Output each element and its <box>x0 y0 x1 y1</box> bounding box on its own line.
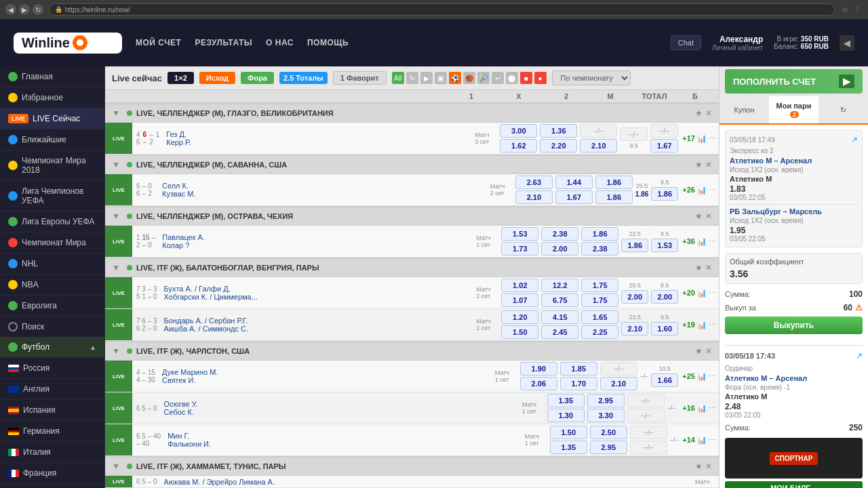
address-bar[interactable]: 🔒 https://winline.ru/now/ <box>49 3 835 16</box>
more-ch1[interactable]: ⋯ <box>709 372 716 381</box>
sidebar-item-upcoming[interactable]: Ближайшие <box>0 129 104 150</box>
player2-ch3[interactable]: Фалькони И. <box>167 440 522 448</box>
tournament-hammamet[interactable]: ▼ LIVE, ITF (Ж), ХАММАМЕТ, ТУНИС, ПАРЫ ★… <box>105 456 719 476</box>
odd3t-bb1[interactable]: 1.75 <box>581 293 618 307</box>
my-tickets-btn[interactable]: МОИ БИЛЕ... <box>725 481 863 488</box>
forward-btn[interactable]: ▶ <box>19 4 30 15</box>
tournament-charleston[interactable]: ▼ LIVE, ITF (Ж), ЧАРЛСТОН, США ★ ✕ <box>105 341 719 361</box>
sidebar-item-nba[interactable]: NBA <box>0 274 104 296</box>
odd1t-savannah[interactable]: 2.10 <box>515 190 553 204</box>
odd2-savannah[interactable]: 1.44 <box>555 176 593 189</box>
sidebar-item-home[interactable]: Главная <box>0 66 104 87</box>
tab-refresh[interactable]: ↻ <box>818 96 868 123</box>
odd1t-bb2[interactable]: 1.50 <box>501 325 538 339</box>
sidebar-item-italy[interactable]: Италия <box>0 442 104 463</box>
menu-icon[interactable]: ⋮ <box>852 4 863 16</box>
filter-all[interactable]: All <box>392 72 404 84</box>
filter-icon-7[interactable]: ↩ <box>492 72 504 84</box>
odd3-savannah[interactable]: 1.86 <box>595 176 633 189</box>
total-t-glasgow[interactable]: –/– <box>650 124 678 138</box>
odd3t-ostrava[interactable]: 2.38 <box>581 242 618 256</box>
tab-outcome[interactable]: Исход <box>199 72 235 84</box>
sidebar-item-worldcup2018[interactable]: Чемпионат Мира 2018 <box>0 150 104 181</box>
odd3-glasgow[interactable]: –/– <box>580 124 617 138</box>
total-b-ch1[interactable]: 1.66 <box>651 373 678 387</box>
sidebar-item-uel[interactable]: Лига Европы УЕФА <box>0 211 104 232</box>
more-icon-ostrava[interactable]: ⋯ <box>709 237 716 246</box>
odd1-ostrava[interactable]: 1.53 <box>501 227 538 241</box>
odd2t-ostrava[interactable]: 2.00 <box>541 242 578 256</box>
odd2-ostrava[interactable]: 2.38 <box>541 227 578 241</box>
odd3-ch3[interactable]: –/– <box>630 426 667 439</box>
chart-icon-savannah[interactable]: 📊 <box>697 186 707 195</box>
tourn-close-hammamet[interactable]: ✕ <box>705 462 712 471</box>
back-btn[interactable]: ◀ <box>5 4 16 15</box>
plus-btn-bb2[interactable]: +19 <box>682 321 695 329</box>
filter-icon-4[interactable]: ⚽ <box>449 72 461 84</box>
sportnation-btn[interactable]: СПОРТНАР <box>770 452 818 465</box>
tab-coupon[interactable]: Купон <box>719 96 769 123</box>
more-ch3[interactable]: ⋯ <box>709 436 716 445</box>
tourn-star-ostrava[interactable]: ★ <box>695 211 703 221</box>
tournament-ostrava[interactable]: ▼ LIVE, ЧЕЛЛЕНДЖЕР (М), ОСТРАВА, ЧЕХИЯ ★… <box>105 206 719 226</box>
tourn-close-balatonboglar[interactable]: ✕ <box>705 263 712 272</box>
filter-icon-1[interactable]: ↻ <box>406 72 418 84</box>
sidebar-item-spain[interactable]: Испания <box>0 400 104 421</box>
tourn-star-savannah[interactable]: ★ <box>695 160 703 169</box>
player2-savannah[interactable]: Кузвас М. <box>162 190 488 198</box>
chart-ch1[interactable]: 📊 <box>697 372 707 381</box>
odd2-bb2[interactable]: 4.15 <box>541 310 578 324</box>
tab-my-bets[interactable]: Мои пари 2 <box>769 96 818 123</box>
odd1t-ch2[interactable]: 1.30 <box>547 409 585 422</box>
total-b-savannah[interactable]: 1.86 <box>651 187 678 201</box>
player1-ch2[interactable]: Осюгве У. <box>164 400 519 408</box>
odd3t-bb2[interactable]: 2.25 <box>581 325 618 339</box>
plus-btn-ostrava[interactable]: +36 <box>682 237 695 245</box>
refresh-btn[interactable]: ↻ <box>33 4 43 15</box>
balance-arrow-btn[interactable]: ◀ <box>840 35 854 51</box>
plus-btn-ch3[interactable]: +14 <box>682 436 695 444</box>
nav-my-account[interactable]: МОЙ СЧЕТ <box>136 38 181 47</box>
odd1t-ch3[interactable]: 1.35 <box>550 441 587 454</box>
sidebar-item-worldcup[interactable]: Чемпионат Мира <box>0 232 104 253</box>
player1-bb2[interactable]: Бондарь А. / Сербан Р.Г. <box>164 317 474 325</box>
odd1t-ch1[interactable]: 2.06 <box>520 377 557 390</box>
total-m-glasgow[interactable]: –/– <box>620 127 648 141</box>
player1-ostrava[interactable]: Павлацек А. <box>162 233 473 241</box>
tab-totals[interactable]: 2.5 Тоталы <box>279 72 328 84</box>
bookmark-icon[interactable]: ☆ <box>840 4 850 16</box>
player2-ch1[interactable]: Святек И. <box>162 376 492 384</box>
total-b-glasgow[interactable]: 1.67 <box>650 139 678 152</box>
odd1-ch3[interactable]: 1.50 <box>550 426 587 439</box>
ordinar-share-icon[interactable]: ↗ <box>856 351 863 361</box>
player1-bb1[interactable]: Бухта А. / Галфи Д. <box>164 285 474 293</box>
sidebar-item-search[interactable]: Поиск <box>0 317 104 337</box>
odd1t-glasgow[interactable]: 1.62 <box>500 139 537 152</box>
sidebar-item-football[interactable]: Футбол ▲ <box>0 337 104 358</box>
player1-ch1[interactable]: Дуке Марино М. <box>162 368 492 376</box>
filter-icon-3[interactable]: ▣ <box>435 72 447 84</box>
sidebar-item-live[interactable]: LIVE LIVE Сейчас <box>0 108 104 129</box>
more-bb2[interactable]: ⋯ <box>709 321 716 329</box>
plus-btn-bb1[interactable]: +20 <box>682 289 695 297</box>
odd3t-ch1[interactable]: 2.10 <box>600 377 637 390</box>
player1-hm[interactable]: Аюкава М. / Эррейро Лимана А. <box>164 478 692 486</box>
odd1-ch2[interactable]: 1.35 <box>547 394 585 407</box>
tourn-star-hammamet[interactable]: ★ <box>695 462 703 471</box>
player1-glasgow[interactable]: Гез Д. <box>166 130 472 138</box>
tourn-star-charleston[interactable]: ★ <box>695 346 703 356</box>
tourn-star-balatonboglar[interactable]: ★ <box>695 263 703 272</box>
tournament-glasgow[interactable]: ▼ LIVE, ЧЕЛЛЕНДЖЕР (М), ГЛАЗГО, ВЕЛИКОБР… <box>105 103 719 123</box>
chart-bb1[interactable]: 📊 <box>697 289 707 298</box>
odd1-savannah[interactable]: 2.63 <box>515 176 553 189</box>
odd2t-glasgow[interactable]: 2.20 <box>540 139 577 152</box>
sidebar-item-ucl[interactable]: Лига Чемпионов УЕФА <box>0 181 104 211</box>
tab-fora[interactable]: Фора <box>241 72 274 84</box>
odd2-bb1[interactable]: 12.2 <box>541 279 578 292</box>
sidebar-item-france[interactable]: Франция <box>0 463 104 484</box>
odd2-ch3[interactable]: 2.50 <box>590 426 627 439</box>
odd3t-glasgow[interactable]: 2.10 <box>580 139 617 152</box>
odd2t-bb1[interactable]: 6.75 <box>541 293 578 307</box>
total-b-bb1[interactable]: 2.00 <box>651 290 678 304</box>
odd3-bb1[interactable]: 1.75 <box>581 279 618 292</box>
